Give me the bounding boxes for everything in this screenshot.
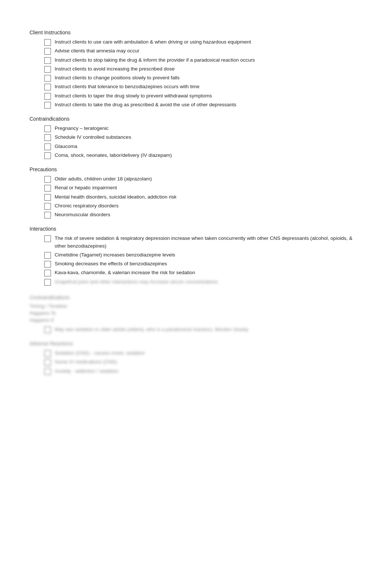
blurred-heading-2: Adverse Reactions — [30, 341, 362, 346]
list-item-text: Anxiety - addiction / sedation — [55, 368, 118, 375]
list-item-text: Mental health disorders, suicidal ideati… — [55, 193, 176, 201]
interactions-heading: Interactions — [30, 226, 362, 232]
client-instructions-heading: Client Instructions — [30, 30, 362, 35]
blurred-subsection-timing: Timing / Timeline — [30, 303, 362, 309]
list-item: Schedule IV controlled substances — [44, 134, 362, 141]
list-item: Cimetidine (Tagamet) increases benzodiaz… — [44, 251, 362, 259]
precautions-list: Older adults, children under 18 (alprazo… — [44, 175, 362, 218]
list-item-text: Instruct clients that tolerance to benzo… — [55, 83, 199, 90]
bullet-icon — [44, 144, 51, 150]
bullet-icon — [44, 185, 51, 192]
interactions-section: Interactions The risk of severe sedation… — [30, 226, 362, 286]
client-instructions-list: Instruct clients to use care with ambula… — [44, 38, 362, 108]
list-item-text: The risk of severe sedation & respirator… — [55, 235, 362, 250]
bullet-icon — [44, 84, 51, 90]
bullet-icon — [44, 203, 51, 210]
list-item: Instruct clients that tolerance to benzo… — [44, 83, 362, 90]
list-item-text: Kava-kava, chamomile, & valerian increas… — [55, 269, 195, 276]
list-item-text: Cimetidine (Tagamet) increases benzodiaz… — [55, 251, 175, 259]
list-item: Pregnancy – teratogenic — [44, 125, 362, 132]
blurred-subsection-happens-to: Happens To — [30, 310, 362, 316]
list-item-text: Coma, shock, neonates, labor/delivery (I… — [55, 152, 172, 159]
bullet-icon — [44, 152, 51, 159]
list-item: Instruct clients to take the drug as pre… — [44, 101, 362, 108]
list-item: Instruct clients to avoid increasing the… — [44, 65, 362, 73]
blurred-list-2: Sedation (CNS) - causes onset, sedation … — [44, 349, 362, 375]
bullet-icon — [44, 93, 51, 100]
list-item-text: Pregnancy – teratogenic — [55, 125, 109, 132]
bullet-icon — [44, 261, 51, 268]
bullet-icon — [44, 134, 51, 141]
list-item-text: Neuromuscular disorders — [55, 211, 110, 218]
list-item: Grapefruit juice and other interactions … — [44, 278, 362, 286]
bullet-icon — [44, 279, 51, 286]
list-item: Instruct clients to change positions slo… — [44, 74, 362, 82]
list-item-text: Instruct clients to avoid increasing the… — [55, 65, 175, 73]
blurred-section-2: Adverse Reactions Sedation (CNS) - cause… — [30, 341, 362, 375]
interactions-list: The risk of severe sedation & respirator… — [44, 235, 362, 286]
list-item-text: Instruct clients to take the drug as pre… — [55, 101, 236, 108]
blurred-list-1: May see sedation in older adults (elderl… — [44, 326, 362, 333]
list-item: Older adults, children under 18 (alprazo… — [44, 175, 362, 183]
bullet-icon — [44, 75, 51, 82]
list-item: Kava-kava, chamomile, & valerian increas… — [44, 269, 362, 276]
list-item: Instruct clients to taper the drug slowl… — [44, 92, 362, 100]
list-item: Some IV medications (CNS) — [44, 358, 362, 366]
bullet-icon — [44, 194, 51, 201]
list-item-text-blurred: Grapefruit juice and other interactions … — [55, 278, 218, 286]
list-item-text: Smoking decreases the effects of benzodi… — [55, 260, 167, 268]
contraindications-heading: Contraindications — [30, 116, 362, 122]
list-item: Smoking decreases the effects of benzodi… — [44, 260, 362, 268]
list-item: Neuromuscular disorders — [44, 211, 362, 218]
list-item: Instruct clients to use care with ambula… — [44, 38, 362, 46]
bullet-icon — [44, 57, 51, 64]
list-item-text: Advise clients that amnesia may occur — [55, 47, 140, 55]
blurred-heading-1: Contraindications — [30, 294, 362, 300]
bullet-icon — [44, 368, 51, 375]
bullet-icon — [44, 102, 51, 108]
list-item: Mental health disorders, suicidal ideati… — [44, 193, 362, 201]
list-item: Advise clients that amnesia may occur — [44, 47, 362, 55]
list-item-text: Some IV medications (CNS) — [55, 358, 117, 366]
list-item: Anxiety - addiction / sedation — [44, 368, 362, 375]
list-item: Sedation (CNS) - causes onset, sedation — [44, 349, 362, 357]
blurred-subsection-happens-if: Happens If — [30, 317, 362, 323]
list-item-text: Sedation (CNS) - causes onset, sedation — [55, 349, 145, 357]
bullet-icon — [44, 327, 51, 333]
list-item: Coma, shock, neonates, labor/delivery (I… — [44, 152, 362, 159]
list-item-text: Instruct clients to taper the drug slowl… — [55, 92, 212, 100]
list-item: Chronic respiratory disorders — [44, 202, 362, 210]
blurred-section-1: Contraindications Timing / Timeline Happ… — [30, 294, 362, 333]
contraindications-list: Pregnancy – teratogenic Schedule IV cont… — [44, 125, 362, 159]
list-item-text: Glaucoma — [55, 143, 78, 150]
bullet-icon — [44, 252, 51, 259]
list-item-text: Chronic respiratory disorders — [55, 202, 118, 210]
list-item-text: Instruct clients to use care with ambula… — [55, 38, 251, 46]
list-item-text: May see sedation in older adults (elderl… — [55, 326, 249, 333]
list-item: May see sedation in older adults (elderl… — [44, 326, 362, 333]
bullet-icon — [44, 235, 51, 242]
bullet-icon — [44, 66, 51, 73]
list-item: Glaucoma — [44, 143, 362, 150]
list-item-text: Schedule IV controlled substances — [55, 134, 131, 141]
bullet-icon — [44, 125, 51, 132]
precautions-heading: Precautions — [30, 166, 362, 172]
client-instructions-section: Client Instructions Instruct clients to … — [30, 30, 362, 108]
list-item-text: Older adults, children under 18 (alprazo… — [55, 175, 152, 183]
bullet-icon — [44, 212, 51, 218]
list-item: Renal or hepatic impairment — [44, 184, 362, 192]
list-item-text: Renal or hepatic impairment — [55, 184, 117, 192]
list-item-text: Instruct clients to stop taking the drug… — [55, 56, 255, 64]
list-item: The risk of severe sedation & respirator… — [44, 235, 362, 250]
list-item-text: Instruct clients to change positions slo… — [55, 74, 179, 82]
bullet-icon — [44, 359, 51, 366]
bullet-icon — [44, 350, 51, 357]
bullet-icon — [44, 270, 51, 276]
bullet-icon — [44, 39, 51, 46]
bullet-icon — [44, 176, 51, 183]
precautions-section: Precautions Older adults, children under… — [30, 166, 362, 218]
contraindications-section: Contraindications Pregnancy – teratogeni… — [30, 116, 362, 159]
bullet-icon — [44, 48, 51, 55]
list-item: Instruct clients to stop taking the drug… — [44, 56, 362, 64]
